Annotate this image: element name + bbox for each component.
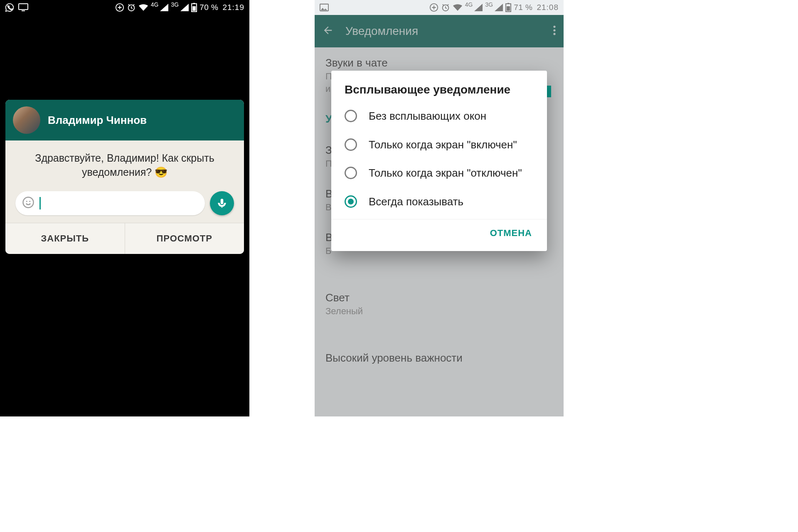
svg-point-8 xyxy=(26,201,27,202)
net-label-4g: 4G xyxy=(465,1,473,8)
battery-icon xyxy=(505,3,511,12)
svg-point-9 xyxy=(29,201,30,202)
image-icon xyxy=(320,3,329,12)
notification-message: Здравствуйте, Владимир! Как скрыть уведо… xyxy=(14,151,236,180)
emoji-icon[interactable] xyxy=(22,196,34,210)
svg-rect-6 xyxy=(192,6,196,11)
svg-point-7 xyxy=(23,197,34,207)
phone-left-lockscreen: 4G 3G 70 % 21:19 Владимир Чиннов Здравст… xyxy=(0,0,249,416)
text-caret xyxy=(39,197,41,209)
signal-icon xyxy=(495,4,503,11)
whatsapp-icon xyxy=(5,3,14,12)
clock: 21:19 xyxy=(222,3,244,12)
status-bar: 4G 3G 70 % 21:19 xyxy=(0,0,249,15)
notification-header[interactable]: Владимир Чиннов xyxy=(5,100,244,140)
wifi-icon xyxy=(138,3,148,12)
net-label-4g: 4G xyxy=(151,1,159,8)
cancel-button[interactable]: ОТМЕНА xyxy=(485,224,537,243)
status-bar: 4G 3G 71 % 21:08 xyxy=(315,0,564,15)
clock: 21:08 xyxy=(537,3,559,12)
signal-icon xyxy=(474,4,483,11)
mic-button[interactable] xyxy=(210,191,234,215)
plus-circle-icon xyxy=(115,3,124,12)
quick-reply-input[interactable] xyxy=(15,191,205,215)
popup-notification-dialog: Всплывающее уведомление Без всплывающих … xyxy=(331,71,547,251)
alarm-icon xyxy=(441,3,450,12)
svg-rect-5 xyxy=(193,3,195,4)
radio-option-none[interactable]: Без всплывающих окон xyxy=(331,102,547,131)
radio-icon xyxy=(345,167,357,179)
plus-circle-icon xyxy=(429,3,438,12)
signal-icon xyxy=(160,4,168,11)
radio-option-screen-off[interactable]: Только когда экран "отключен" xyxy=(331,159,547,187)
battery-percent: 70 % xyxy=(200,3,218,12)
dialog-title: Всплывающее уведомление xyxy=(331,82,547,102)
wifi-icon xyxy=(453,3,463,12)
net-label-3g: 3G xyxy=(171,1,179,8)
svg-rect-0 xyxy=(19,4,28,10)
radio-option-screen-on[interactable]: Только когда экран "включен" xyxy=(331,131,547,159)
screen-icon xyxy=(18,3,28,12)
battery-icon xyxy=(191,3,197,12)
spacer xyxy=(249,0,315,416)
svg-rect-1 xyxy=(22,10,25,11)
svg-rect-15 xyxy=(507,6,510,11)
sender-name: Владимир Чиннов xyxy=(48,114,147,127)
signal-icon xyxy=(180,4,189,11)
close-button[interactable]: ЗАКРЫТЬ xyxy=(5,223,125,254)
alarm-icon xyxy=(127,3,136,12)
radio-icon-selected xyxy=(345,195,357,208)
radio-option-always[interactable]: Всегда показывать xyxy=(331,187,547,216)
view-button[interactable]: ПРОСМОТР xyxy=(125,223,244,254)
radio-icon xyxy=(345,110,357,122)
heads-up-notification: Владимир Чиннов Здравствуйте, Владимир! … xyxy=(5,100,244,254)
net-label-3g: 3G xyxy=(485,1,493,8)
battery-percent: 71 % xyxy=(514,3,532,12)
phone-right-settings: 4G 3G 71 % 21:08 Уведомления Звуки в чат… xyxy=(315,0,564,416)
radio-icon xyxy=(345,138,357,151)
svg-rect-14 xyxy=(507,3,509,4)
avatar xyxy=(13,106,40,134)
